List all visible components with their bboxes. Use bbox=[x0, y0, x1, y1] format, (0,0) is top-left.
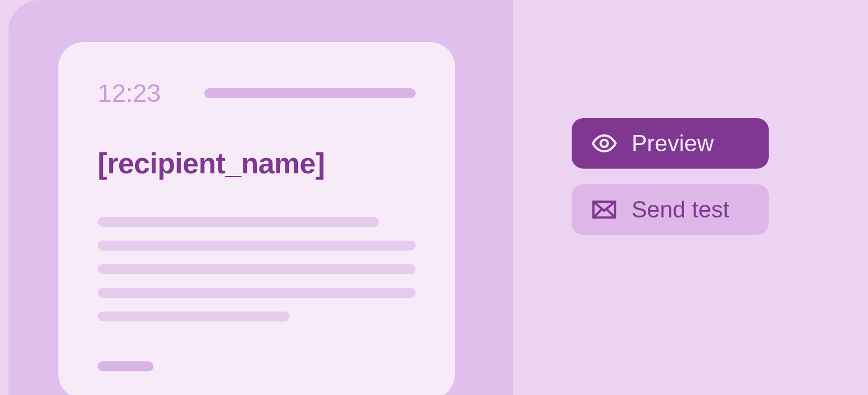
send-test-button[interactable]: Send test bbox=[572, 184, 769, 235]
document-header: 12:23 bbox=[98, 79, 416, 108]
body-content-placeholder bbox=[98, 217, 416, 371]
svg-point-0 bbox=[601, 140, 608, 147]
editor-panel: 12:23 [recipient_name] bbox=[8, 0, 513, 395]
time-label: 12:23 bbox=[98, 79, 161, 108]
preview-button[interactable]: Preview bbox=[572, 118, 769, 169]
eye-icon bbox=[591, 130, 618, 157]
body-line-placeholder bbox=[98, 288, 416, 298]
body-line-placeholder bbox=[98, 241, 416, 251]
body-line-placeholder bbox=[98, 217, 379, 227]
preview-button-label: Preview bbox=[632, 130, 714, 157]
body-line-placeholder bbox=[98, 264, 416, 274]
action-buttons-group: Preview Send test bbox=[572, 118, 769, 235]
recipient-name-placeholder: [recipient_name] bbox=[98, 147, 416, 180]
svg-line-2 bbox=[593, 209, 602, 217]
signature-placeholder bbox=[98, 361, 153, 371]
mail-icon bbox=[591, 196, 618, 223]
actions-panel: Preview Send test bbox=[513, 0, 868, 395]
header-subject-placeholder bbox=[204, 88, 416, 98]
body-line-placeholder bbox=[98, 311, 290, 321]
svg-line-3 bbox=[606, 209, 615, 217]
document-preview-card: 12:23 [recipient_name] bbox=[58, 42, 455, 395]
send-test-button-label: Send test bbox=[632, 196, 729, 223]
